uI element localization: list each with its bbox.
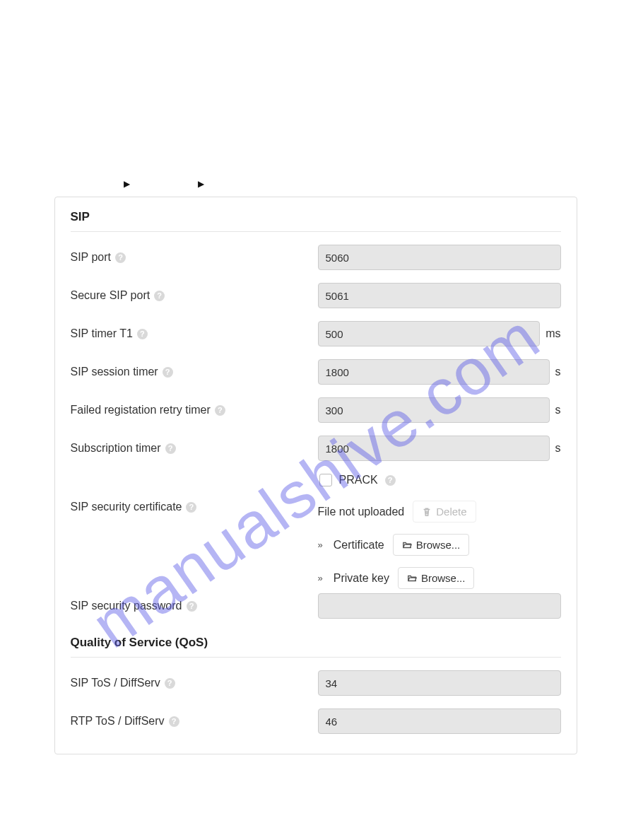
subscription-timer-input[interactable] bbox=[318, 436, 550, 461]
failed-reg-retry-input[interactable] bbox=[318, 397, 550, 423]
label-text: Secure SIP port bbox=[71, 289, 151, 302]
sip-session-timer-input[interactable] bbox=[318, 359, 550, 385]
breadcrumb: ▶ ▶ bbox=[124, 179, 204, 189]
label-sip-tos: SIP ToS / DiffServ ? bbox=[71, 677, 318, 689]
label-text: Subscription timer bbox=[71, 442, 161, 455]
label-text: SIP security certificate bbox=[71, 501, 182, 513]
sip-timer-t1-input[interactable] bbox=[318, 321, 541, 346]
help-icon[interactable]: ? bbox=[169, 716, 179, 727]
help-icon[interactable]: ? bbox=[187, 601, 197, 612]
rtp-tos-input[interactable] bbox=[318, 708, 561, 734]
unit-ms: ms bbox=[546, 327, 560, 340]
chevron-right-icon: ▶ bbox=[198, 179, 204, 189]
unit-s: s bbox=[555, 366, 561, 378]
row-prack: PRACK ? bbox=[319, 474, 561, 486]
settings-panel: SIP SIP port ? Secure SIP port ? SIP bbox=[54, 197, 577, 754]
row-sip-security-password: SIP security password ? bbox=[71, 593, 561, 619]
label-failed-reg-retry: Failed registation retry timer ? bbox=[71, 404, 318, 416]
cert-certificate-label: Certificate bbox=[334, 539, 384, 552]
section-sip-title: SIP bbox=[71, 206, 561, 232]
unit-s: s bbox=[555, 404, 561, 416]
row-sip-security-certificate: SIP security certificate ? File not uplo… bbox=[71, 501, 561, 589]
trash-icon bbox=[422, 507, 432, 517]
delete-button[interactable]: Delete bbox=[413, 501, 476, 523]
row-sip-tos: SIP ToS / DiffServ ? bbox=[71, 670, 561, 696]
label-sip-security-password: SIP security password ? bbox=[71, 600, 318, 612]
folder-open-icon bbox=[407, 573, 417, 583]
help-icon[interactable]: ? bbox=[137, 329, 148, 339]
label-text: Failed registation retry timer bbox=[71, 404, 211, 416]
label-sip-security-certificate: SIP security certificate ? bbox=[71, 501, 318, 513]
label-sip-timer-t1: SIP timer T1 ? bbox=[71, 327, 318, 340]
row-sip-timer-t1: SIP timer T1 ? ms bbox=[71, 321, 561, 346]
row-sip-port: SIP port ? bbox=[71, 245, 561, 270]
browse-certificate-button[interactable]: Browse... bbox=[393, 534, 470, 556]
label-text: RTP ToS / DiffServ bbox=[71, 715, 165, 728]
label-subscription-timer: Subscription timer ? bbox=[71, 442, 318, 455]
chevron-right-icon: ▶ bbox=[124, 179, 130, 189]
cert-file-status-line: File not uploaded Delete bbox=[318, 501, 561, 523]
prack-checkbox[interactable] bbox=[319, 474, 332, 486]
label-text: SIP port bbox=[71, 251, 112, 264]
label-text: SIP ToS / DiffServ bbox=[71, 677, 160, 689]
browse-label: Browse... bbox=[416, 539, 461, 551]
help-icon[interactable]: ? bbox=[154, 291, 165, 301]
label-sip-session-timer: SIP session timer ? bbox=[71, 366, 318, 378]
browse-private-key-button[interactable]: Browse... bbox=[398, 567, 475, 589]
label-text: SIP session timer bbox=[71, 366, 158, 378]
cert-private-key-line: Private key Browse... bbox=[318, 567, 561, 589]
cert-certificate-line: Certificate Browse... bbox=[318, 534, 561, 556]
row-sip-session-timer: SIP session timer ? s bbox=[71, 359, 561, 385]
folder-open-icon bbox=[402, 540, 412, 550]
prack-label: PRACK bbox=[339, 474, 378, 486]
help-icon[interactable]: ? bbox=[165, 678, 175, 689]
cert-private-key-label: Private key bbox=[334, 572, 389, 585]
help-icon[interactable]: ? bbox=[186, 502, 196, 513]
browse-label: Browse... bbox=[421, 572, 466, 584]
cert-file-status: File not uploaded bbox=[318, 506, 405, 518]
section-qos-title: Quality of Service (QoS) bbox=[71, 631, 561, 658]
sip-tos-input[interactable] bbox=[318, 670, 561, 696]
sip-security-password-input[interactable] bbox=[318, 593, 561, 619]
secure-sip-port-input[interactable] bbox=[318, 283, 561, 308]
chevron-double-right-icon bbox=[318, 539, 323, 550]
label-text: SIP security password bbox=[71, 600, 182, 612]
delete-label: Delete bbox=[436, 506, 466, 518]
help-icon[interactable]: ? bbox=[385, 475, 396, 486]
help-icon[interactable]: ? bbox=[215, 405, 225, 416]
label-text: SIP timer T1 bbox=[71, 327, 133, 340]
row-failed-reg-retry: Failed registation retry timer ? s bbox=[71, 397, 561, 423]
row-rtp-tos: RTP ToS / DiffServ ? bbox=[71, 708, 561, 734]
row-subscription-timer: Subscription timer ? s bbox=[71, 436, 561, 461]
help-icon[interactable]: ? bbox=[165, 443, 176, 454]
help-icon[interactable]: ? bbox=[115, 252, 126, 263]
row-secure-sip-port: Secure SIP port ? bbox=[71, 283, 561, 308]
sip-port-input[interactable] bbox=[318, 245, 561, 270]
unit-s: s bbox=[555, 442, 561, 455]
chevron-double-right-icon bbox=[318, 573, 323, 583]
label-rtp-tos: RTP ToS / DiffServ ? bbox=[71, 715, 318, 728]
label-sip-port: SIP port ? bbox=[71, 251, 318, 264]
help-icon[interactable]: ? bbox=[163, 367, 173, 378]
label-secure-sip-port: Secure SIP port ? bbox=[71, 289, 318, 302]
